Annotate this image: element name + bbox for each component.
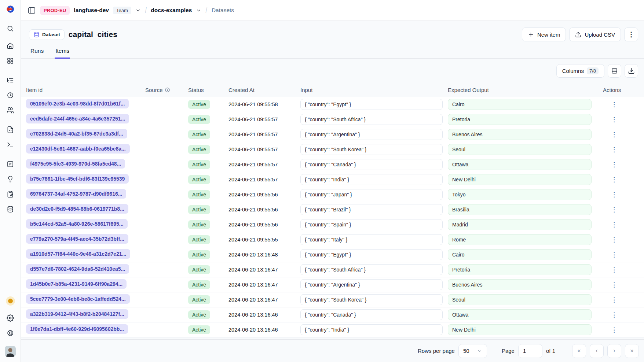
item-id-link[interactable]: b5c144cd-52a5-4a80-926e-58617f895...	[26, 219, 128, 229]
annotation-queues-icon[interactable]	[4, 188, 16, 200]
columns-button[interactable]: Columns 7/8	[556, 64, 604, 78]
item-id-link[interactable]: 5cee7779-3e00-4eb8-be8c-1affedd524...	[26, 294, 130, 304]
input-value[interactable]: { "country": "Spain" }	[300, 219, 443, 230]
header-status[interactable]: Status	[188, 87, 228, 93]
row-actions-menu-button[interactable]: ⋮	[608, 326, 620, 334]
dataset-actions-menu-button[interactable]: ⋮	[624, 27, 638, 41]
dashboards-icon[interactable]	[4, 55, 16, 67]
evaluation-percent-icon[interactable]	[4, 158, 16, 170]
row-actions-menu-button[interactable]: ⋮	[608, 311, 620, 319]
previous-page-button[interactable]: ‹	[590, 344, 604, 358]
tracing-icon[interactable]	[4, 74, 16, 86]
home-icon[interactable]	[4, 40, 16, 52]
item-id-link[interactable]: eed5dafe-244f-465c-a84c-4a6e357251...	[26, 114, 129, 123]
item-id-link[interactable]: 05109ef0-2e3b-4e03-98dd-8f7d01b61f...	[26, 99, 129, 108]
page-number-input[interactable]	[518, 344, 542, 358]
new-item-button[interactable]: New item	[522, 27, 566, 41]
item-id-link[interactable]: 1d45b0e7-b85a-4231-9149-6ff90a294...	[26, 279, 127, 289]
input-value[interactable]: { "country": "Egypt" }	[300, 99, 443, 110]
playground-terminal-icon[interactable]	[4, 139, 16, 151]
export-download-button[interactable]	[625, 64, 638, 78]
item-id-link[interactable]: f4975c95-5fc3-4939-970d-58fa5cd48...	[26, 159, 125, 169]
row-actions-menu-button[interactable]: ⋮	[608, 161, 620, 169]
item-id-link[interactable]: d557e7d6-7802-4624-9da6-52d410ea5...	[26, 264, 129, 274]
last-page-button[interactable]: »	[625, 344, 639, 358]
expected-output-value[interactable]: Rome	[448, 234, 592, 245]
row-actions-menu-button[interactable]: ⋮	[608, 251, 620, 259]
upload-csv-button[interactable]: Upload CSV	[569, 27, 621, 41]
lightbulb-icon[interactable]	[4, 173, 16, 185]
input-value[interactable]: { "country": "Argentina" }	[300, 129, 443, 140]
expected-output-value[interactable]: Ottawa	[448, 159, 592, 170]
header-input[interactable]: Input	[300, 87, 448, 93]
item-id-link[interactable]: b75c7861-1fbe-45cf-bdf6-83f139c95539	[26, 174, 129, 184]
expected-output-value[interactable]: Buenos Aires	[448, 279, 592, 290]
row-actions-menu-button[interactable]: ⋮	[608, 296, 620, 304]
search-icon[interactable]	[4, 23, 16, 34]
input-value[interactable]: { "country": "Brazil" }	[300, 204, 443, 215]
breadcrumb-section[interactable]: Datasets	[212, 7, 234, 14]
row-actions-menu-button[interactable]: ⋮	[608, 131, 620, 138]
row-actions-menu-button[interactable]: ⋮	[608, 146, 620, 154]
sessions-clock-icon[interactable]	[4, 89, 16, 101]
org-chevron-down-icon[interactable]	[135, 8, 141, 13]
project-chevron-down-icon[interactable]	[196, 8, 201, 13]
item-id-link[interactable]: 69764737-34af-4752-9787-d90df9616...	[26, 189, 126, 199]
sidebar-toggle-icon[interactable]	[28, 6, 36, 15]
expected-output-value[interactable]: New Delhi	[448, 324, 592, 335]
expected-output-value[interactable]: Pretoria	[448, 114, 592, 125]
input-value[interactable]: { "country": "Argentina" }	[300, 279, 443, 290]
project-name[interactable]: docs-examples	[151, 7, 192, 14]
org-name[interactable]: langfuse-dev	[74, 7, 109, 14]
input-value[interactable]: { "country": "Japan" }	[300, 189, 443, 200]
prompts-file-icon[interactable]	[4, 124, 16, 136]
input-value[interactable]: { "country": "India" }	[300, 324, 443, 335]
datasets-database-icon[interactable]	[4, 203, 16, 215]
expected-output-value[interactable]: Madrid	[448, 219, 592, 230]
item-id-link[interactable]: 1f0e7da1-dbff-4e60-929d-f6095602bb...	[26, 324, 128, 334]
settings-gear-icon[interactable]	[4, 312, 16, 324]
header-created-at[interactable]: Created At	[228, 87, 300, 93]
row-actions-menu-button[interactable]: ⋮	[608, 236, 620, 244]
langfuse-logo[interactable]	[6, 4, 15, 15]
tab-runs[interactable]: Runs	[30, 45, 44, 59]
item-id-link[interactable]: a1910d57-7f84-440c-9e46-a31c2d7e21...	[26, 249, 130, 259]
expected-output-value[interactable]: Pretoria	[448, 264, 592, 275]
header-source[interactable]: Source	[145, 87, 188, 93]
expected-output-value[interactable]: Cairo	[448, 99, 592, 110]
row-actions-menu-button[interactable]: ⋮	[608, 176, 620, 184]
user-avatar[interactable]	[5, 346, 16, 357]
expected-output-value[interactable]: Seoul	[448, 294, 592, 305]
header-item-id[interactable]: Item id	[26, 87, 145, 93]
expected-output-value[interactable]: Seoul	[448, 144, 592, 155]
item-id-link[interactable]: e779a270-579a-4f45-aec4-35b72d3bff...	[26, 234, 128, 244]
row-actions-menu-button[interactable]: ⋮	[608, 266, 620, 274]
support-lifebuoy-icon[interactable]	[4, 327, 16, 339]
item-id-link[interactable]: c702838d-24d5-40a2-bf35-67dc3a3df...	[26, 129, 127, 138]
tab-items[interactable]: Items	[55, 45, 70, 59]
row-actions-menu-button[interactable]: ⋮	[608, 206, 620, 214]
item-id-link[interactable]: de30d2e0-f5d9-4854-88b6-0619771b8...	[26, 204, 128, 214]
row-actions-menu-button[interactable]: ⋮	[608, 191, 620, 199]
expected-output-value[interactable]: Tokyo	[448, 189, 592, 200]
row-height-button[interactable]	[608, 64, 621, 78]
input-value[interactable]: { "country": "South Korea" }	[300, 144, 443, 155]
expected-output-value[interactable]: Ottawa	[448, 309, 592, 320]
header-expected-output[interactable]: Expected Output	[448, 87, 603, 93]
expected-output-value[interactable]: Brasília	[448, 204, 592, 215]
expected-output-value[interactable]: Buenos Aires	[448, 129, 592, 140]
status-indicator-dot[interactable]	[8, 299, 13, 303]
input-value[interactable]: { "country": "Egypt" }	[300, 249, 443, 260]
item-id-link[interactable]: e12430df-5e81-4687-aabb-f0ea65be8a...	[26, 144, 130, 154]
item-id-link[interactable]: a322b319-9412-4f43-b8f2-b20484127f...	[26, 309, 128, 319]
expected-output-value[interactable]: New Delhi	[448, 174, 592, 185]
rows-per-page-select[interactable]: 50	[458, 344, 487, 358]
first-page-button[interactable]: «	[572, 344, 586, 358]
users-icon[interactable]	[4, 104, 16, 116]
input-value[interactable]: { "country": "South Africa" }	[300, 114, 443, 125]
expected-output-value[interactable]: Cairo	[448, 249, 592, 260]
input-value[interactable]: { "country": "Canada" }	[300, 159, 443, 170]
input-value[interactable]: { "country": "South Africa" }	[300, 264, 443, 275]
input-value[interactable]: { "country": "India" }	[300, 174, 443, 185]
row-actions-menu-button[interactable]: ⋮	[608, 101, 620, 108]
